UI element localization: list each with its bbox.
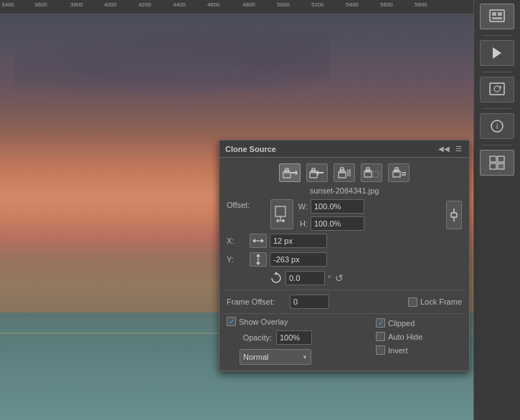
opacity-label: Opacity:: [240, 333, 272, 342]
ruler-label-3800: 3800: [70, 1, 83, 8]
frame-sidebar-btn[interactable]: [480, 4, 514, 29]
stamp-btn-3[interactable]: [334, 163, 355, 182]
info-icon: i: [491, 120, 504, 133]
x-move-icon: [252, 236, 264, 246]
invert-checkbox[interactable]: [376, 345, 385, 355]
x-icon-btn[interactable]: [250, 234, 267, 248]
offset-label: Offset:: [227, 201, 266, 209]
w-input[interactable]: [311, 199, 364, 214]
svg-marker-50: [274, 272, 278, 275]
filename-row: sunset-2084341.jpg: [219, 185, 469, 199]
svg-rect-5: [490, 83, 504, 95]
overlay-section: Show Overlay Opacity: Normal Darken Ligh…: [219, 314, 469, 371]
stamp-icon-3: [336, 166, 352, 179]
svg-rect-32: [373, 171, 379, 177]
clonetools-sidebar-btn[interactable]: [480, 150, 514, 176]
invert-group: Invert: [376, 345, 462, 355]
loop-sidebar-btn[interactable]: [480, 77, 514, 102]
auto-hide-group: Auto Hide: [376, 332, 462, 341]
overlay-cols: Show Overlay Opacity: Normal Darken Ligh…: [227, 317, 462, 365]
angle-unit: °: [328, 274, 331, 282]
svg-marker-46: [261, 239, 264, 243]
ruler: 3400 3600 3800 4000 4200 4400 4600 4800 …: [0, 0, 473, 14]
stamp-icon-5: [391, 166, 407, 179]
invert-label: Invert: [388, 346, 408, 355]
clipped-group: Clipped: [376, 318, 462, 328]
h-label: H:: [298, 219, 308, 228]
clipped-label: Clipped: [388, 319, 415, 328]
ruler-label-5000: 5000: [277, 1, 290, 8]
panel-header-controls: ◀◀ ☰: [437, 145, 463, 153]
link-icon: [450, 207, 458, 223]
lock-frame-label: Lock Frame: [420, 297, 462, 306]
source-stamps-row: [219, 158, 469, 185]
play-icon: [491, 47, 503, 59]
frame-offset-row: Frame Offset: Lock Frame: [219, 290, 469, 313]
mode-select-wrapper: Normal Darken Lighten Multiply Screen Ov…: [240, 349, 311, 365]
ruler-label-4000: 4000: [104, 1, 117, 8]
frame-offset-label: Frame Offset:: [227, 297, 284, 306]
auto-hide-label: Auto Hide: [388, 333, 422, 341]
auto-hide-checkbox[interactable]: [376, 332, 385, 341]
clonetools-icon: [489, 156, 505, 170]
svg-marker-47: [256, 254, 260, 257]
play-sidebar-btn[interactable]: [480, 40, 514, 66]
mode-select[interactable]: Normal Darken Lighten Multiply Screen Ov…: [240, 349, 311, 365]
svg-rect-2: [498, 12, 502, 16]
w-row: W:: [298, 199, 439, 214]
panel-menu-btn[interactable]: ☰: [454, 145, 463, 153]
offset-section: Offset: W: H:: [219, 199, 469, 290]
overlay-left-col: Show Overlay Opacity: Normal Darken Ligh…: [227, 317, 376, 365]
y-move-icon: [253, 254, 263, 265]
y-input[interactable]: [270, 252, 327, 267]
h-input[interactable]: [311, 216, 364, 231]
show-overlay-checkbox-group: Show Overlay: [227, 317, 288, 326]
stamp-btn-4[interactable]: [361, 163, 382, 182]
angle-input[interactable]: [285, 271, 325, 285]
x-label: X:: [227, 237, 247, 245]
svg-rect-1: [492, 12, 496, 16]
rotate-reset-btn[interactable]: ↺: [334, 272, 345, 284]
x-input[interactable]: [270, 234, 327, 248]
panel-header: Clone Source ◀◀ ☰: [219, 140, 469, 158]
y-icon-btn[interactable]: [250, 252, 267, 267]
info-sidebar-btn[interactable]: i: [480, 113, 514, 139]
svg-rect-16: [285, 168, 288, 171]
rotate-row: ° ↺: [270, 271, 462, 285]
ruler-label-4800: 4800: [242, 1, 255, 8]
stamp-btn-5[interactable]: [388, 163, 410, 182]
ruler-label-4400: 4400: [173, 1, 186, 8]
x-field-row: X:: [227, 234, 462, 248]
mode-row: Normal Darken Lighten Multiply Screen Ov…: [240, 349, 376, 365]
frame-offset-input[interactable]: [290, 295, 329, 309]
lock-frame-group: Lock Frame: [408, 297, 462, 307]
svg-marker-4: [493, 47, 501, 59]
filename-text: sunset-2084341.jpg: [310, 186, 379, 195]
clone-source-panel: Clone Source ◀◀ ☰: [219, 140, 470, 371]
svg-marker-41: [283, 219, 285, 223]
svg-text:i: i: [496, 123, 498, 130]
svg-rect-22: [318, 172, 323, 173]
panel-title: Clone Source: [225, 145, 276, 153]
svg-rect-21: [312, 168, 315, 171]
stamp-btn-1[interactable]: [279, 163, 301, 182]
transform-icon-btn[interactable]: [270, 199, 293, 229]
opacity-input[interactable]: [276, 330, 312, 345]
svg-rect-10: [490, 156, 496, 162]
svg-marker-42: [276, 219, 278, 223]
stamp-btn-2[interactable]: [306, 163, 328, 182]
svg-rect-13: [498, 163, 504, 169]
transform-icon: [274, 205, 290, 224]
lock-frame-checkbox[interactable]: [408, 297, 417, 307]
link-wh-btn[interactable]: [446, 201, 462, 229]
ruler-label-5400: 5400: [346, 1, 359, 8]
show-overlay-checkbox[interactable]: [227, 317, 236, 326]
clipped-checkbox[interactable]: [376, 318, 385, 328]
svg-rect-3: [492, 17, 502, 19]
wh-group: W: H:: [298, 199, 439, 231]
sidebar-divider-1: [483, 35, 511, 36]
ruler-label-5200: 5200: [311, 1, 324, 8]
ruler-label-4200: 4200: [138, 1, 151, 8]
svg-point-6: [494, 86, 500, 92]
panel-scroll-left-btn[interactable]: ◀◀: [437, 145, 451, 153]
